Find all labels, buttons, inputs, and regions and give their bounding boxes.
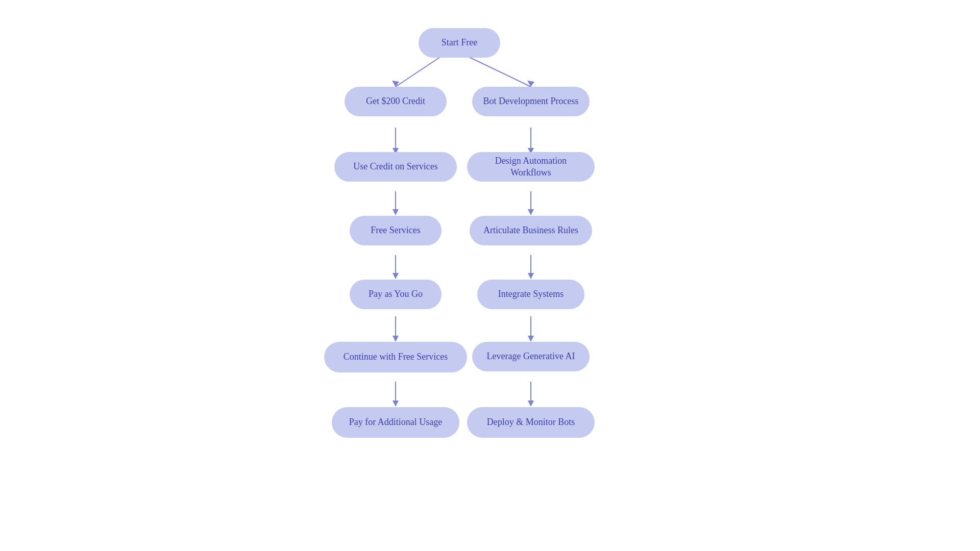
svg-marker-11 (393, 336, 399, 342)
node-integrate-systems: Integrate Systems (477, 280, 584, 309)
svg-marker-3 (527, 81, 534, 87)
node-free-services: Free Services (350, 216, 442, 245)
svg-marker-9 (393, 273, 399, 279)
node-pay-as-you-go: Pay as You Go (350, 280, 442, 309)
node-continue-free: Continue with Free Services (324, 342, 467, 372)
node-pay-additional: Pay for Additional Usage (332, 407, 459, 438)
svg-line-2 (467, 56, 531, 87)
svg-marker-1 (392, 81, 399, 87)
svg-marker-13 (393, 400, 399, 407)
node-get-credit: Get $200 Credit (345, 87, 447, 116)
node-bot-dev-process: Bot Development Process (472, 87, 590, 116)
flowchart-diagram: Start Free Get $200 Credit Use Credit on… (311, 26, 669, 525)
node-use-credit: Use Credit on Services (334, 152, 457, 182)
node-leverage-ai: Leverage Generative AI (472, 342, 590, 371)
svg-marker-23 (528, 400, 534, 407)
svg-marker-21 (528, 336, 534, 342)
node-articulate-rules: Articulate Business Rules (470, 216, 592, 245)
node-deploy-monitor: Deploy & Monitor Bots (467, 407, 595, 438)
svg-marker-19 (528, 273, 534, 279)
svg-marker-17 (528, 209, 534, 215)
node-design-workflows: Design Automation Workflows (467, 152, 595, 182)
node-start: Start Free (419, 28, 500, 58)
svg-line-0 (396, 56, 442, 87)
svg-marker-7 (393, 209, 399, 215)
